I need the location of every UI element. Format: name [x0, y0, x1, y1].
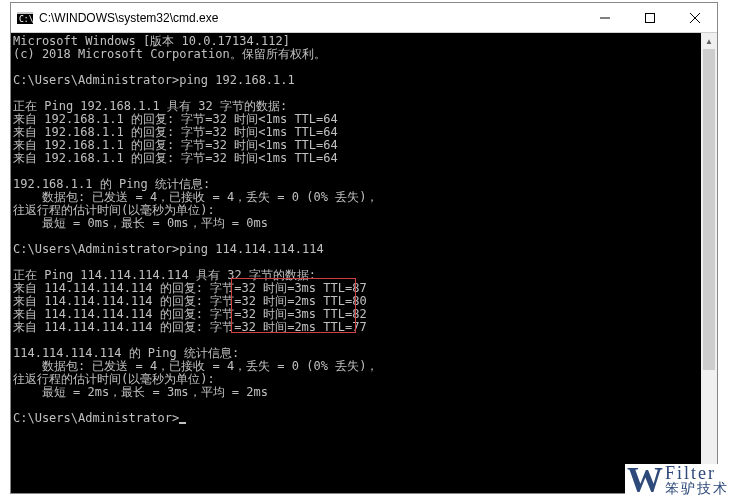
- window-title: C:\WINDOWS\system32\cmd.exe: [39, 11, 582, 25]
- maximize-button[interactable]: [627, 3, 672, 32]
- terminal-cursor: [179, 422, 186, 424]
- vertical-scrollbar[interactable]: ▲ ▼: [701, 33, 717, 493]
- window-controls: [582, 3, 717, 32]
- close-button[interactable]: [672, 3, 717, 32]
- watermark-glyph: W: [627, 464, 663, 496]
- svg-rect-1: [17, 12, 33, 14]
- svg-text:C:\: C:\: [19, 15, 33, 24]
- cmd-icon: C:\: [17, 10, 33, 26]
- watermark-logo: W Filter 笨驴技术: [625, 464, 731, 496]
- minimize-button[interactable]: [582, 3, 627, 32]
- svg-rect-4: [645, 13, 654, 22]
- terminal-area[interactable]: Microsoft Windows [版本 10.0.17134.112] (c…: [11, 33, 717, 493]
- scroll-thumb[interactable]: [703, 49, 715, 370]
- scroll-up-arrow-icon[interactable]: ▲: [701, 33, 717, 49]
- scroll-track[interactable]: [701, 49, 717, 477]
- cmd-window: C:\ C:\WINDOWS\system32\cmd.exe Microsof…: [10, 2, 718, 494]
- watermark-text-en: Filter: [665, 464, 729, 482]
- terminal-output: Microsoft Windows [版本 10.0.17134.112] (c…: [13, 35, 701, 425]
- watermark-text-zh: 笨驴技术: [665, 482, 729, 496]
- titlebar[interactable]: C:\ C:\WINDOWS\system32\cmd.exe: [11, 3, 717, 33]
